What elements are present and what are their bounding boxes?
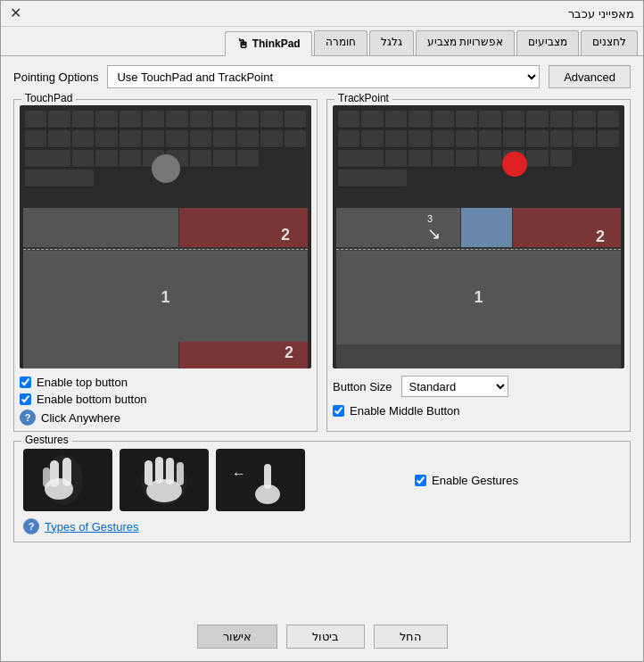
- pointing-options-row: Pointing Options Use TouchPad and TrackP…: [13, 65, 631, 88]
- enable-bottom-button-checkbox[interactable]: [20, 393, 31, 405]
- trackpoint-dotted-divider: [336, 249, 621, 250]
- footer-buttons: אישור ביטול החל: [1, 617, 643, 661]
- tab-hardware[interactable]: חומרה: [314, 30, 367, 55]
- trackpoint-title: TrackPoint: [334, 92, 392, 104]
- enable-middle-button-label: Enable Middle Button: [350, 404, 460, 418]
- tab-mzbiim[interactable]: מצביעים: [516, 30, 579, 55]
- close-button[interactable]: ✕: [10, 6, 21, 21]
- tab-options[interactable]: אפשרויות מצביע: [416, 30, 515, 55]
- title-bar: ✕ מאפייני עכבר: [1, 1, 643, 27]
- svg-point-10: [146, 479, 182, 502]
- trackpoint-top-left: [336, 208, 461, 249]
- enable-top-button-row[interactable]: Enable top button: [20, 376, 311, 389]
- tab-wheel[interactable]: גלגל: [369, 30, 414, 55]
- gesture-image-2: [120, 449, 209, 511]
- trackpoint-checkboxes: Enable Middle Button: [333, 404, 624, 418]
- svg-point-13: [255, 484, 280, 504]
- enable-top-button-label: Enable top button: [37, 376, 128, 389]
- pointing-options-select[interactable]: Use TouchPad and TrackPoint Use TouchPad…: [107, 65, 540, 88]
- advanced-button[interactable]: Advanced: [549, 65, 631, 88]
- gesture-svg-3: ←: [225, 453, 296, 507]
- touchpad-pad: 2 1 2: [23, 208, 308, 368]
- button-size-row: Button Size Standard Large Small: [333, 376, 624, 397]
- svg-rect-6: [144, 460, 153, 485]
- gestures-box: Gestures: [13, 441, 631, 542]
- trackpoint-pad: 3 ↘ 2 1: [336, 208, 621, 368]
- gesture-enable-area: Enable Gestures: [312, 474, 621, 487]
- touchpad-bot-left: [23, 342, 179, 368]
- touchpad-checkboxes: Enable top button Enable bottom button ?…: [20, 376, 311, 426]
- enable-top-button-checkbox[interactable]: [20, 377, 31, 388]
- touchpad-region1: 1: [161, 288, 169, 307]
- touchpad-region2-bot: 2: [285, 343, 293, 362]
- enable-gestures-checkbox[interactable]: [415, 475, 426, 486]
- apply-button[interactable]: החל: [374, 625, 448, 649]
- enable-middle-button-row[interactable]: Enable Middle Button: [333, 404, 624, 418]
- touchpad-title: TouchPad: [21, 92, 76, 104]
- enable-bottom-button-label: Enable bottom button: [37, 393, 147, 406]
- gesture-svg-2: [128, 453, 200, 507]
- touchpad-bot-right: 2: [179, 342, 308, 368]
- enable-middle-button-checkbox[interactable]: [333, 405, 344, 417]
- touchpad-main-area: 1: [23, 251, 308, 344]
- ok-button[interactable]: אישור: [197, 625, 277, 649]
- svg-point-4: [45, 478, 73, 500]
- window-title: מאפייני עכבר: [568, 7, 634, 21]
- gesture-image-1: [23, 449, 112, 511]
- touchpad-region2-top: 2: [281, 226, 290, 244]
- pointing-options-dropdown-wrapper: Use TouchPad and TrackPoint Use TouchPad…: [107, 65, 540, 88]
- button-size-select[interactable]: Standard Large Small: [401, 376, 508, 397]
- gesture-image-3: ←: [216, 449, 305, 511]
- types-of-gestures-link[interactable]: Types of Gestures: [45, 520, 139, 534]
- button-size-label: Button Size: [333, 380, 392, 393]
- cancel-button[interactable]: ביטול: [286, 625, 365, 649]
- touchpad-top-buttons: [23, 208, 308, 249]
- trackpoint-top-mid: [461, 208, 512, 249]
- trackpoint-top-buttons: [336, 208, 621, 249]
- thinkpad-icon: 🖱: [236, 37, 249, 51]
- panels-row: TouchPad: [13, 99, 631, 432]
- enable-bottom-button-row[interactable]: Enable bottom button: [20, 393, 311, 406]
- tab-thinkpad[interactable]: ThinkPad 🖱: [225, 31, 312, 56]
- main-window: ✕ מאפייני עכבר לחצנים מצביעים אפשרויות מ…: [0, 0, 644, 662]
- click-anywhere-help-icon[interactable]: ?: [20, 410, 36, 426]
- gesture-svg-1: [32, 453, 103, 507]
- content-area: Pointing Options Use TouchPad and TrackP…: [1, 56, 643, 617]
- enable-gestures-row[interactable]: Enable Gestures: [415, 474, 518, 487]
- enable-gestures-label: Enable Gestures: [432, 474, 518, 487]
- types-of-gestures-row: ? Types of Gestures: [23, 518, 621, 534]
- touchpad-visual: 2 1 2: [20, 105, 311, 368]
- types-of-gestures-help-icon[interactable]: ?: [23, 518, 39, 534]
- click-anywhere-label: Click Anywhere: [41, 411, 120, 425]
- gestures-content: ← Enable Gestures: [23, 449, 621, 511]
- trackpoint-main-area: 1: [336, 251, 621, 344]
- tabs-bar: לחצנים מצביעים אפשרויות מצביע גלגל חומרה…: [1, 27, 643, 56]
- pointing-options-label: Pointing Options: [13, 70, 98, 84]
- touchpad-dotted-divider: [23, 249, 308, 250]
- touchpad-bottom-buttons: 2: [23, 342, 308, 368]
- trackpoint-visual: 3 ↘ 2 1: [333, 105, 624, 368]
- tab-lchznim[interactable]: לחצנים: [581, 30, 638, 55]
- svg-rect-9: [177, 462, 184, 485]
- svg-text:←: ←: [232, 466, 246, 481]
- click-anywhere-row: ? Click Anywhere: [20, 410, 311, 426]
- touchpad-indicator: [152, 154, 180, 183]
- gestures-title: Gestures: [21, 434, 72, 446]
- trackpoint-dot: [502, 152, 527, 177]
- trackpoint-region1: 1: [474, 288, 483, 307]
- touchpad-panel: TouchPad: [13, 99, 318, 432]
- trackpoint-panel: TrackPoint: [326, 99, 631, 432]
- trackpoint-region2: 2: [596, 228, 605, 246]
- touchpad-top-left: [23, 208, 179, 249]
- trackpoint-keyboard: [333, 105, 624, 193]
